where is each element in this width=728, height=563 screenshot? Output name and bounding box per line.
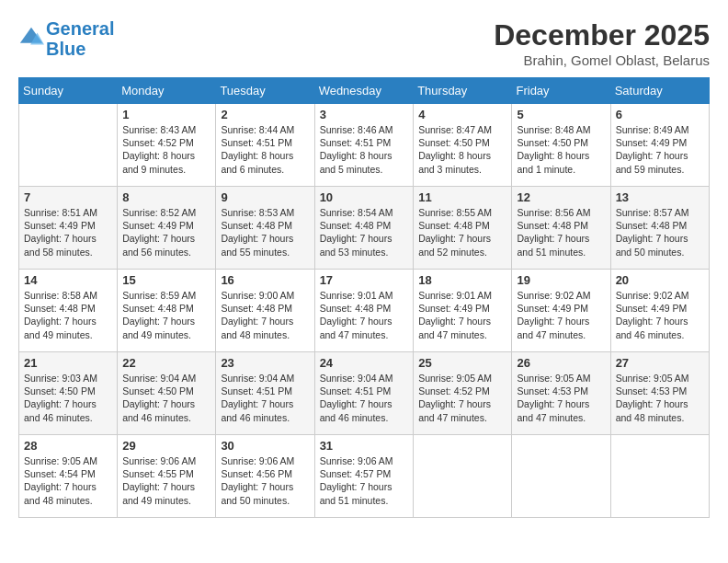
day-number: 26 (517, 356, 605, 370)
table-row: 20 Sunrise: 9:02 AMSunset: 4:49 PMDaylig… (610, 270, 709, 352)
day-number: 20 (616, 273, 704, 287)
table-row: 24 Sunrise: 9:04 AMSunset: 4:51 PMDaylig… (314, 352, 414, 435)
day-number: 25 (418, 356, 506, 370)
day-info: Sunrise: 9:04 AMSunset: 4:51 PMDaylight:… (320, 372, 409, 424)
table-row: 19 Sunrise: 9:02 AMSunset: 4:49 PMDaylig… (512, 270, 610, 352)
calendar-week-row: 21 Sunrise: 9:03 AMSunset: 4:50 PMDaylig… (19, 352, 710, 435)
table-row: 14 Sunrise: 8:58 AMSunset: 4:48 PMDaylig… (19, 270, 118, 352)
table-row: 13 Sunrise: 8:57 AMSunset: 4:48 PMDaylig… (610, 187, 709, 270)
day-info: Sunrise: 8:59 AMSunset: 4:48 PMDaylight:… (122, 289, 210, 341)
day-info: Sunrise: 9:04 AMSunset: 4:50 PMDaylight:… (122, 372, 210, 424)
day-info: Sunrise: 8:52 AMSunset: 4:49 PMDaylight:… (122, 206, 210, 259)
day-info: Sunrise: 8:44 AMSunset: 4:51 PMDaylight:… (221, 123, 309, 176)
table-row: 30 Sunrise: 9:06 AMSunset: 4:56 PMDaylig… (216, 435, 314, 518)
day-number: 8 (122, 190, 210, 204)
logo-icon (18, 26, 44, 52)
day-info: Sunrise: 9:05 AMSunset: 4:53 PMDaylight:… (517, 372, 605, 424)
calendar-week-row: 28 Sunrise: 9:05 AMSunset: 4:54 PMDaylig… (19, 435, 710, 518)
table-row: 7 Sunrise: 8:51 AMSunset: 4:49 PMDayligh… (19, 187, 118, 270)
day-number: 4 (418, 108, 506, 121)
day-info: Sunrise: 8:48 AMSunset: 4:50 PMDaylight:… (517, 123, 605, 176)
table-row: 1 Sunrise: 8:43 AMSunset: 4:52 PMDayligh… (118, 104, 216, 187)
table-row (512, 435, 610, 518)
day-number: 31 (320, 439, 409, 453)
table-row: 9 Sunrise: 8:53 AMSunset: 4:48 PMDayligh… (216, 187, 314, 270)
day-info: Sunrise: 9:03 AMSunset: 4:50 PMDaylight:… (24, 372, 112, 424)
col-friday: Friday (512, 78, 610, 104)
day-number: 22 (122, 356, 210, 370)
table-row (19, 104, 118, 187)
table-row: 5 Sunrise: 8:48 AMSunset: 4:50 PMDayligh… (512, 104, 610, 187)
table-row: 31 Sunrise: 9:06 AMSunset: 4:57 PMDaylig… (314, 435, 414, 518)
table-row: 8 Sunrise: 8:52 AMSunset: 4:49 PMDayligh… (118, 187, 216, 270)
page-header: General Blue December 2025 Brahin, Gomel… (18, 18, 710, 68)
table-row: 12 Sunrise: 8:56 AMSunset: 4:48 PMDaylig… (512, 187, 610, 270)
day-info: Sunrise: 8:58 AMSunset: 4:48 PMDaylight:… (24, 289, 112, 341)
day-info: Sunrise: 8:57 AMSunset: 4:48 PMDaylight:… (616, 206, 704, 259)
title-block: December 2025 Brahin, Gomel Oblast, Bela… (494, 18, 710, 68)
table-row: 18 Sunrise: 9:01 AMSunset: 4:49 PMDaylig… (414, 270, 512, 352)
calendar-table: Sunday Monday Tuesday Wednesday Thursday… (18, 77, 710, 518)
month-title: December 2025 (494, 18, 710, 52)
day-info: Sunrise: 9:00 AMSunset: 4:48 PMDaylight:… (221, 289, 309, 341)
day-number: 10 (320, 190, 409, 204)
day-number: 27 (616, 356, 704, 370)
logo-text: General Blue (46, 18, 114, 59)
location-subtitle: Brahin, Gomel Oblast, Belarus (494, 52, 710, 68)
day-info: Sunrise: 9:02 AMSunset: 4:49 PMDaylight:… (517, 289, 605, 341)
table-row: 28 Sunrise: 9:05 AMSunset: 4:54 PMDaylig… (19, 435, 118, 518)
day-number: 9 (221, 190, 309, 204)
day-info: Sunrise: 9:02 AMSunset: 4:49 PMDaylight:… (616, 289, 704, 341)
day-info: Sunrise: 9:06 AMSunset: 4:55 PMDaylight:… (122, 454, 210, 507)
day-number: 16 (221, 273, 309, 287)
table-row: 3 Sunrise: 8:46 AMSunset: 4:51 PMDayligh… (314, 104, 414, 187)
day-number: 12 (517, 190, 605, 204)
day-info: Sunrise: 9:05 AMSunset: 4:52 PMDaylight:… (418, 372, 506, 424)
col-saturday: Saturday (610, 78, 709, 104)
day-number: 7 (24, 190, 112, 204)
day-info: Sunrise: 9:05 AMSunset: 4:53 PMDaylight:… (616, 372, 704, 424)
table-row: 10 Sunrise: 8:54 AMSunset: 4:48 PMDaylig… (314, 187, 414, 270)
table-row: 21 Sunrise: 9:03 AMSunset: 4:50 PMDaylig… (19, 352, 118, 435)
day-number: 14 (24, 273, 112, 287)
day-number: 11 (418, 190, 506, 204)
day-info: Sunrise: 8:56 AMSunset: 4:48 PMDaylight:… (517, 206, 605, 259)
day-info: Sunrise: 8:51 AMSunset: 4:49 PMDaylight:… (24, 206, 112, 259)
day-number: 28 (24, 439, 112, 453)
day-number: 29 (122, 439, 210, 453)
day-info: Sunrise: 8:47 AMSunset: 4:50 PMDaylight:… (418, 123, 506, 176)
table-row: 23 Sunrise: 9:04 AMSunset: 4:51 PMDaylig… (216, 352, 314, 435)
day-info: Sunrise: 9:05 AMSunset: 4:54 PMDaylight:… (24, 454, 112, 507)
calendar-week-row: 1 Sunrise: 8:43 AMSunset: 4:52 PMDayligh… (19, 104, 710, 187)
day-info: Sunrise: 8:53 AMSunset: 4:48 PMDaylight:… (221, 206, 309, 259)
day-number: 24 (320, 356, 409, 370)
col-thursday: Thursday (414, 78, 512, 104)
table-row: 26 Sunrise: 9:05 AMSunset: 4:53 PMDaylig… (512, 352, 610, 435)
day-info: Sunrise: 8:49 AMSunset: 4:49 PMDaylight:… (616, 123, 704, 176)
day-number: 13 (616, 190, 704, 204)
day-info: Sunrise: 9:04 AMSunset: 4:51 PMDaylight:… (221, 372, 309, 424)
day-number: 15 (122, 273, 210, 287)
day-number: 3 (320, 108, 409, 121)
day-number: 1 (122, 108, 210, 121)
day-number: 23 (221, 356, 309, 370)
calendar-week-row: 7 Sunrise: 8:51 AMSunset: 4:49 PMDayligh… (19, 187, 710, 270)
col-tuesday: Tuesday (216, 78, 314, 104)
table-row: 16 Sunrise: 9:00 AMSunset: 4:48 PMDaylig… (216, 270, 314, 352)
day-info: Sunrise: 9:01 AMSunset: 4:49 PMDaylight:… (418, 289, 506, 341)
day-info: Sunrise: 8:43 AMSunset: 4:52 PMDaylight:… (122, 123, 210, 176)
table-row (610, 435, 709, 518)
day-info: Sunrise: 9:01 AMSunset: 4:48 PMDaylight:… (320, 289, 409, 341)
day-info: Sunrise: 8:46 AMSunset: 4:51 PMDaylight:… (320, 123, 409, 176)
col-monday: Monday (118, 78, 216, 104)
logo: General Blue (18, 18, 114, 59)
day-info: Sunrise: 9:06 AMSunset: 4:57 PMDaylight:… (320, 454, 409, 507)
day-number: 19 (517, 273, 605, 287)
table-row: 22 Sunrise: 9:04 AMSunset: 4:50 PMDaylig… (118, 352, 216, 435)
day-number: 2 (221, 108, 309, 121)
table-row (414, 435, 512, 518)
table-row: 4 Sunrise: 8:47 AMSunset: 4:50 PMDayligh… (414, 104, 512, 187)
day-number: 17 (320, 273, 409, 287)
calendar-week-row: 14 Sunrise: 8:58 AMSunset: 4:48 PMDaylig… (19, 270, 710, 352)
day-number: 6 (616, 108, 704, 121)
